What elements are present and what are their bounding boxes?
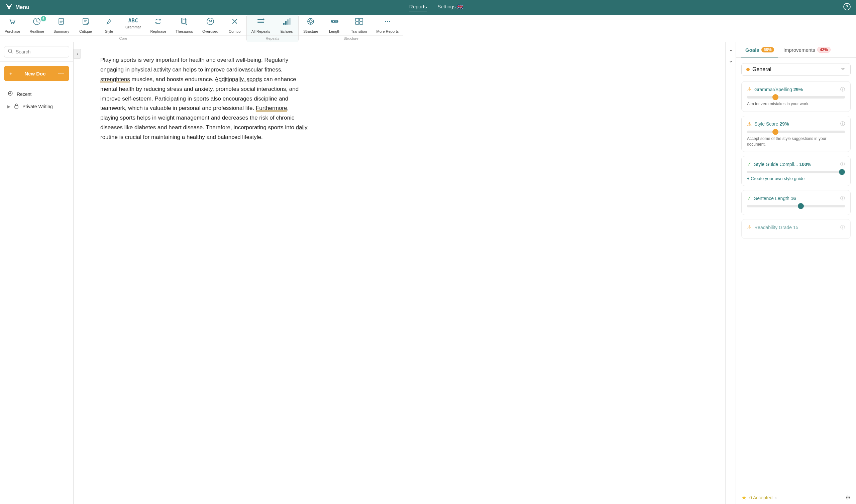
search-input[interactable] bbox=[16, 49, 66, 54]
star-icon: ★ bbox=[741, 494, 747, 501]
style-label: Style bbox=[105, 30, 113, 33]
style-guide-info-icon[interactable]: ⓘ bbox=[840, 161, 845, 167]
word-participating: Participating bbox=[155, 95, 186, 102]
improvements-badge: 42% bbox=[817, 47, 831, 53]
purchase-label: Purchase bbox=[5, 30, 20, 33]
repeats-footer: Repeats bbox=[247, 35, 298, 42]
toolbar-item-all-repeats[interactable]: All Repeats bbox=[247, 15, 275, 35]
panel-settings-icon[interactable]: ⚙ bbox=[845, 494, 851, 501]
grammar-icon: ABC bbox=[129, 17, 138, 24]
expand-right-button[interactable]: ⌄ bbox=[727, 57, 734, 64]
grammar-card-title: ⚠ Grammar/Spelling 29% bbox=[747, 86, 803, 92]
improvements-label: Improvements bbox=[784, 47, 815, 53]
settings-link[interactable]: Settings 🇬🇧 bbox=[438, 4, 463, 11]
editor-area: ‹ Playing sports is very important for h… bbox=[73, 42, 725, 504]
toolbar-group-repeats: All Repeats Echoes Repeats bbox=[247, 15, 298, 42]
svg-text:?: ? bbox=[846, 4, 848, 10]
realtime-icon bbox=[32, 17, 41, 28]
general-dropdown[interactable]: General bbox=[741, 63, 851, 76]
purchase-icon bbox=[8, 17, 17, 28]
sentence-length-progress-thumb bbox=[798, 203, 804, 209]
rephrase-label: Rephrase bbox=[150, 30, 166, 33]
readability-info-icon[interactable]: ⓘ bbox=[840, 224, 845, 231]
all-repeats-icon bbox=[256, 17, 266, 28]
sidebar-item-recent[interactable]: Recent bbox=[4, 88, 69, 101]
thesaurus-label: Thesaurus bbox=[175, 30, 193, 33]
sidebar-nav: Recent ▶ Private Writing bbox=[0, 85, 73, 115]
style-guide-card-header: ✓ Style Guide Compli... 100% ⓘ bbox=[747, 161, 845, 167]
sidebar-item-private[interactable]: ▶ Private Writing bbox=[4, 101, 69, 112]
style-desc: Accept some of the style suggestions in … bbox=[747, 136, 845, 147]
sentence-length-info-icon[interactable]: ⓘ bbox=[840, 195, 845, 201]
toolbar-item-thesaurus[interactable]: Thesaurus bbox=[171, 15, 198, 35]
toolbar-item-critique[interactable]: Critique bbox=[74, 15, 97, 35]
private-writing-label: Private Writing bbox=[22, 104, 53, 109]
style-guide-score-card: ✓ Style Guide Compli... 100% ⓘ + Create … bbox=[741, 156, 851, 186]
svg-rect-22 bbox=[356, 22, 359, 24]
style-progress-track bbox=[747, 131, 845, 133]
top-nav-links: Reports Settings 🇬🇧 bbox=[409, 4, 463, 11]
main-layout: + New Doc ⋯ Recent ▶ bbox=[0, 42, 856, 504]
grammar-progress-thumb bbox=[772, 94, 778, 100]
toolbar-item-style[interactable]: Style bbox=[97, 15, 121, 35]
style-progress-thumb bbox=[772, 129, 778, 135]
svg-rect-16 bbox=[289, 18, 291, 25]
toolbar-item-overused[interactable]: Overused bbox=[198, 15, 223, 35]
toolbar-item-transition[interactable]: Transition bbox=[346, 15, 372, 35]
toolbar-item-structure[interactable]: Structure bbox=[298, 15, 323, 35]
style-guide-progress-track bbox=[747, 171, 845, 173]
toolbar-structure-items: Structure Length bbox=[298, 15, 403, 35]
reports-link[interactable]: Reports bbox=[409, 4, 427, 11]
toolbar-item-summary[interactable]: Summary bbox=[49, 15, 74, 35]
more-reports-icon bbox=[383, 17, 392, 28]
style-score-card: ⚠ Style Score 29% ⓘ Accept some of the s… bbox=[741, 116, 851, 152]
goals-badge: 68% bbox=[761, 47, 774, 52]
toolbar-item-echoes[interactable]: Echoes bbox=[275, 15, 298, 35]
svg-point-2 bbox=[11, 23, 12, 24]
menu-button[interactable]: Menu bbox=[5, 3, 30, 12]
toolbar-item-purchase[interactable]: Purchase bbox=[0, 15, 25, 35]
critique-label: Critique bbox=[79, 30, 92, 33]
create-style-guide-link[interactable]: + Create your own style guide bbox=[747, 176, 845, 181]
phrase-additionally-sports: Additionally, sports bbox=[215, 76, 262, 83]
style-guide-pct: 100% bbox=[799, 162, 811, 167]
goals-label: Goals bbox=[745, 47, 759, 53]
sentence-length-title-text: Sentence Length 16 bbox=[754, 196, 796, 201]
grammar-info-icon[interactable]: ⓘ bbox=[840, 87, 845, 92]
combo-icon bbox=[230, 17, 239, 28]
svg-point-26 bbox=[389, 21, 390, 22]
accepted-chevron-icon: › bbox=[775, 495, 777, 500]
editor-content[interactable]: Playing sports is very important for hea… bbox=[73, 42, 328, 156]
tab-goals[interactable]: Goals 68% bbox=[741, 42, 778, 57]
toolbar-item-rephrase[interactable]: Rephrase bbox=[145, 15, 171, 35]
grammar-score-card: ⚠ Grammar/Spelling 29% ⓘ Aim for zero mi… bbox=[741, 81, 851, 112]
toolbar-item-length[interactable]: Length bbox=[323, 15, 346, 35]
collapse-right-button[interactable]: ⌃ bbox=[727, 48, 734, 55]
toolbar-group-core: Purchase 6 Realtime bbox=[0, 15, 246, 42]
toolbar-item-realtime[interactable]: 6 Realtime bbox=[25, 15, 49, 35]
panel-body: General ⚠ Grammar/Spelling 29% ⓘ bbox=[736, 58, 856, 490]
collapse-button[interactable]: ‹ bbox=[73, 49, 81, 59]
style-icon bbox=[104, 17, 114, 28]
sentence-length-card-header: ✓ Sentence Length 16 ⓘ bbox=[747, 195, 845, 201]
combo-label: Combo bbox=[229, 30, 240, 33]
svg-rect-13 bbox=[283, 23, 285, 25]
toolbar-item-grammar[interactable]: ABC Grammar bbox=[121, 15, 145, 35]
style-guide-card-title: ✓ Style Guide Compli... 100% bbox=[747, 161, 811, 167]
word-helps: helps bbox=[183, 67, 197, 73]
grammar-label: Grammar bbox=[125, 25, 141, 29]
search-wrapper[interactable] bbox=[4, 46, 69, 57]
toolbar-item-more-reports[interactable]: More Reports bbox=[372, 15, 404, 35]
svg-rect-21 bbox=[359, 18, 363, 21]
tab-improvements[interactable]: Improvements 42% bbox=[780, 42, 835, 57]
length-icon bbox=[330, 17, 339, 28]
svg-point-25 bbox=[387, 21, 388, 22]
help-button[interactable]: ? bbox=[843, 3, 851, 12]
sentence-length-score-card: ✓ Sentence Length 16 ⓘ bbox=[741, 190, 851, 215]
toolbar-item-combo[interactable]: Combo bbox=[223, 15, 246, 35]
length-label: Length bbox=[329, 30, 340, 33]
accepted-section[interactable]: ★ 0 Accepted › bbox=[741, 494, 777, 501]
new-doc-button[interactable]: + New Doc ⋯ bbox=[4, 66, 69, 81]
style-info-icon[interactable]: ⓘ bbox=[840, 121, 845, 127]
all-repeats-label: All Repeats bbox=[252, 30, 270, 33]
